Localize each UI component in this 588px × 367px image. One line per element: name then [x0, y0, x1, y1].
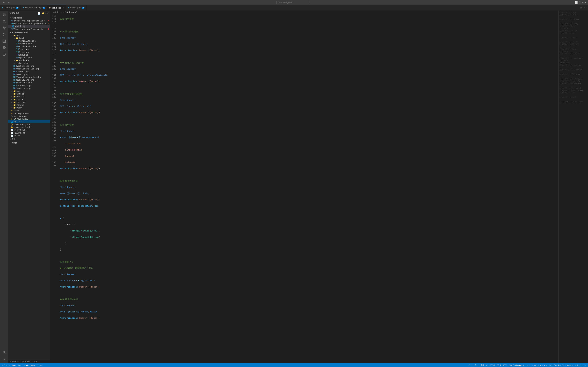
file-common[interactable]: PHP common.php: [8, 70, 50, 73]
folder-runtime[interactable]: ▸ 📁 runtime: [8, 101, 50, 104]
folder-config[interactable]: ▸ 📁 config: [8, 90, 50, 92]
folder-app[interactable]: ▾ 📁 app: [8, 34, 50, 37]
activity-accounts[interactable]: [1, 350, 7, 356]
file-appservice[interactable]: PHP AppService.php: [8, 65, 50, 67]
code-editor[interactable]: 116 117 118 119 120 121 122 123 124 125 …: [51, 14, 558, 363]
file-basecontroller[interactable]: PHP BaseController.php: [8, 67, 50, 70]
status-line-ending[interactable]: CRLF: [497, 364, 501, 366]
new-file-icon[interactable]: 📄: [38, 12, 41, 15]
status-tabnine-insights[interactable]: See Tabnine Insights ⚡: [549, 364, 573, 366]
file-adminauth[interactable]: PHP AdminAuth.php: [8, 40, 50, 42]
file-exceptionhandle[interactable]: PHP ExceptionHandle.php: [8, 76, 50, 78]
breadcrumb-file[interactable]: api.http: [52, 11, 62, 14]
back-button[interactable]: ←: [2, 1, 6, 4]
activity-remote[interactable]: [1, 45, 7, 51]
tab-api-http[interactable]: api.http ✕: [47, 5, 66, 11]
file-spider[interactable]: PHP Spider.php: [8, 56, 50, 59]
status-errors[interactable]: ⚠ 1 ⚠ 9: [2, 364, 9, 366]
layout-icon-2[interactable]: ⬛: [579, 1, 581, 4]
file-middleware[interactable]: PHP middleware.php: [8, 78, 50, 81]
search-input[interactable]: [277, 1, 309, 4]
file-sms[interactable]: PHP Sms.php: [8, 53, 50, 56]
open-file-chain[interactable]: PHP Chain.php app/controller 2: [8, 28, 50, 31]
editor-more-icon[interactable]: ···: [583, 6, 587, 9]
file-env[interactable]: ⚙ .env: [8, 109, 50, 112]
main-layout: 资源管理器 📄 📁 ↺ ⊟ ▾ 打开的编辑器 PHP Index.php app…: [0, 11, 588, 363]
file-provider[interactable]: PHP provider.php: [8, 81, 50, 84]
activity-settings[interactable]: [1, 356, 7, 362]
file-gitignore[interactable]: ⬡ .gitignore: [8, 115, 50, 117]
activity-misc[interactable]: [1, 51, 7, 57]
status-environment[interactable]: No Environment: [510, 364, 525, 366]
collapse-all-icon[interactable]: ⊟: [47, 12, 48, 15]
status-language[interactable]: HTTP: [503, 364, 508, 366]
folder-tool[interactable]: ▾ 📁 tool: [8, 37, 50, 40]
layout-icon-3[interactable]: ⧉: [582, 1, 584, 4]
folder-extend[interactable]: ▸ 📁 extend: [8, 92, 50, 95]
file-icon-common-tool: PHP: [16, 43, 18, 45]
status-encoding[interactable]: UTF-8: [489, 364, 495, 366]
folder-vendor[interactable]: ▸ 📁 vendor: [8, 104, 50, 106]
minimap-item: {{baseUrl}}.oxy.user.js: [560, 101, 587, 103]
open-file-index[interactable]: PHP Index.php app/controller 3: [8, 19, 50, 22]
activity-explorer[interactable]: [1, 12, 7, 18]
file-service[interactable]: PHP service.php: [8, 87, 50, 90]
folder-validate[interactable]: ▸ 📁 validate: [8, 59, 50, 62]
sonarlint-bar[interactable]: SONARLINT ISSUE LOCATIONS: [8, 360, 50, 363]
file-icon-travis: ⚙: [10, 118, 13, 120]
file-composer-lock[interactable]: 🔒 composer.lock: [8, 126, 50, 129]
file-composer-json[interactable]: {} composer.json: [8, 123, 50, 126]
open-editors-header[interactable]: ▾ 打开的编辑器: [8, 16, 50, 19]
new-folder-icon[interactable]: 📁: [41, 12, 44, 15]
tab-inspection-php[interactable]: Inspection.php 5: [21, 5, 47, 11]
layout-icon-1[interactable]: ⬜: [575, 1, 578, 4]
file-htaccess[interactable]: · .htaccess: [8, 62, 50, 65]
open-file-inspection[interactable]: PHP Inspection.php app/controller 5: [8, 22, 50, 25]
file-icon-json: PHP: [16, 48, 18, 50]
minimap-item: {{baseUrl}}/chain/22: [560, 53, 587, 55]
close-icon-api[interactable]: ✕: [10, 25, 11, 27]
file-json[interactable]: PHP Json.php: [8, 48, 50, 51]
breadcrumb-symbol[interactable]: {x} baseUrl: [64, 11, 78, 14]
forward-button[interactable]: →: [7, 1, 11, 4]
activity-extensions[interactable]: [1, 38, 7, 44]
file-icon-gitignore: ⬡: [10, 115, 13, 117]
project-header[interactable]: ▾ WLTJ-MANAGEMENT: [8, 31, 50, 34]
open-file-api[interactable]: ✕ 🌐 api.http: [8, 25, 50, 28]
file-event[interactable]: PHP event.php: [8, 73, 50, 76]
file-readme[interactable]: 📄 README.md: [8, 131, 50, 134]
activity-scm[interactable]: [1, 25, 7, 31]
file-slip[interactable]: PHP Slip.php: [8, 51, 50, 53]
file-common-tool[interactable]: PHP Common.php: [8, 42, 50, 45]
file-example-env[interactable]: ⚙ .example.env: [8, 112, 50, 115]
folder-icon-public: 📁: [13, 96, 16, 98]
activity-debug[interactable]: [1, 32, 7, 38]
editor-layout-icon[interactable]: ⊞: [580, 6, 581, 9]
outline-header[interactable]: ▸ 大纲: [8, 138, 50, 141]
svg-rect-10: [3, 41, 4, 42]
timeline-header[interactable]: ▸ 时间线: [8, 142, 50, 144]
status-prettier[interactable]: ◎ Prettier: [575, 364, 586, 366]
layout-icon-4[interactable]: ⊞: [585, 1, 586, 4]
status-sonar[interactable]: SonarLint focus: overall code: [11, 364, 43, 366]
file-request[interactable]: PHP Request.php: [8, 84, 50, 87]
file-license[interactable]: 📄 LICENSE.txt: [8, 129, 50, 131]
file-think[interactable]: 📄 think: [8, 134, 50, 137]
status-spaces[interactable]: 空格: 4: [481, 364, 488, 367]
status-tabnine[interactable]: ◎ tabnine starter ✦: [527, 364, 547, 366]
refresh-icon[interactable]: ↺: [45, 12, 46, 15]
file-icon-api: 🌐: [12, 25, 14, 27]
tab-index-php[interactable]: Index.php 3: [0, 5, 21, 11]
tab-chain-php[interactable]: Chain.php 2: [66, 5, 87, 11]
file-api-http[interactable]: 🌐 api.http: [8, 120, 50, 123]
minimap-item: ?size=20: [560, 27, 587, 30]
minimap-item: {{baseUrl}}/user/5: [560, 30, 587, 32]
tab-close-api[interactable]: ✕: [63, 7, 64, 9]
folder-public[interactable]: ▸ 📁 public: [8, 95, 50, 98]
file-travis[interactable]: ⚙ .travis.yml: [8, 117, 50, 120]
folder-view[interactable]: ▸ 📁 view: [8, 106, 50, 109]
file-htmlmatch[interactable]: PHP HtmlMatch.php: [8, 45, 50, 48]
status-position[interactable]: 行 1, 列 1: [468, 364, 479, 367]
folder-route[interactable]: ▸ 📁 route: [8, 98, 50, 101]
activity-search[interactable]: [1, 18, 7, 25]
